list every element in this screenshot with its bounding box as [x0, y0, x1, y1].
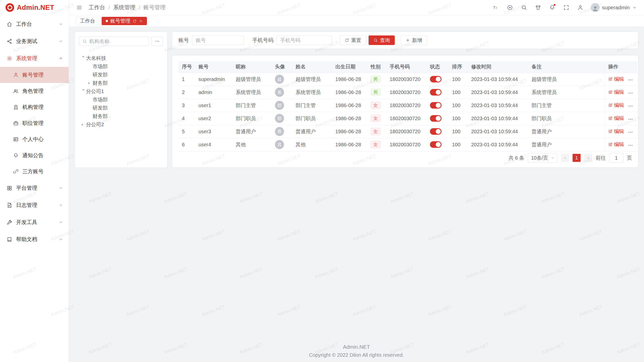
profile-button[interactable]	[577, 4, 584, 11]
add-button[interactable]: 新增	[401, 35, 427, 45]
status-toggle[interactable]	[430, 89, 441, 96]
org-name-input[interactable]	[89, 38, 146, 44]
collapse-menu-button[interactable]	[75, 4, 83, 11]
refresh-icon[interactable]	[133, 19, 137, 23]
sidebar-item-workbench[interactable]: 工作台	[0, 16, 69, 33]
caret-down-icon[interactable]	[79, 87, 86, 96]
more-actions-button[interactable]	[628, 103, 633, 109]
user-menu[interactable]: superadmin	[591, 3, 637, 12]
caret-down-icon[interactable]	[79, 54, 86, 62]
sidebar-item-notice-announcement[interactable]: 通知公告	[0, 147, 69, 163]
tree-node-label: 分公司1	[86, 88, 104, 95]
fullscreen-button[interactable]	[562, 4, 570, 11]
sidebar-item-account-management[interactable]: 账号管理	[0, 67, 69, 83]
status-toggle[interactable]	[430, 102, 441, 109]
edit-button[interactable]: 编辑	[608, 76, 624, 82]
home-icon	[7, 21, 12, 27]
close-icon[interactable]	[139, 19, 143, 23]
cell-remark: 部门主管	[528, 99, 605, 112]
tree-node[interactable]: 大名科技	[79, 54, 163, 62]
sidebar-item-business-test[interactable]: 业务测试	[0, 33, 69, 50]
edit-button[interactable]: 编辑	[608, 89, 624, 96]
column-header-modified: 修改时间	[468, 61, 528, 73]
sidebar-item-personal-center[interactable]: 个人中心	[0, 131, 69, 147]
sidebar-item-position-management[interactable]: 职位管理	[0, 115, 69, 131]
tab-account-management[interactable]: 账号管理	[102, 17, 147, 25]
cell-avatar: 其	[271, 138, 292, 151]
tree-node[interactable]: 财务部	[79, 112, 163, 120]
page-number-1[interactable]: 1	[573, 154, 581, 162]
search-button[interactable]: 查询	[369, 35, 395, 45]
next-page-button[interactable]	[584, 154, 592, 162]
edit-button[interactable]: 编辑	[608, 128, 624, 135]
avatar: 超	[275, 75, 284, 84]
goto-page-input[interactable]	[609, 153, 623, 163]
sidebar-item-role-management[interactable]: 角色管理	[0, 83, 69, 99]
tree-node[interactable]: 分公司2	[79, 120, 163, 129]
search-icon	[82, 39, 87, 44]
org-more-button[interactable]	[151, 36, 163, 46]
cell-phone: 18020030720	[386, 99, 426, 112]
tree-node[interactable]: 研发部	[79, 71, 163, 79]
record-button[interactable]	[506, 4, 514, 11]
phone-input[interactable]	[276, 35, 332, 45]
page-size-select[interactable]: 10条/页	[528, 153, 557, 163]
column-header-index: 序号	[178, 61, 195, 73]
reset-button[interactable]: 重置	[340, 35, 366, 45]
sidebar-item-system-management[interactable]: 系统管理	[0, 50, 69, 67]
cell-modified: 2023-01-03 10:59:44	[468, 99, 528, 112]
cell-sort: 100	[449, 99, 468, 112]
phone-label: 手机号码	[252, 37, 273, 44]
status-toggle[interactable]	[430, 76, 441, 82]
cell-sort: 100	[449, 138, 468, 151]
tree-node[interactable]: 分公司1	[79, 87, 163, 96]
tree-node[interactable]: 市场部	[79, 96, 163, 104]
more-actions-button[interactable]	[628, 90, 633, 96]
tree-node[interactable]: 市场部	[79, 62, 163, 71]
breadcrumb-item[interactable]: 系统管理	[113, 4, 135, 11]
tree-node[interactable]: 研发部	[79, 104, 163, 112]
main-area: 工作台/系统管理/账号管理 Tt superadmin 工作台账号管理	[69, 0, 644, 362]
tree-node-label: 研发部	[93, 105, 108, 111]
sidebar-item-platform-management[interactable]: 平台管理	[0, 179, 69, 197]
edit-button[interactable]: 编辑	[608, 102, 624, 109]
cell-birth: 1986-06-28	[332, 86, 367, 99]
cell-status	[426, 125, 449, 138]
edit-icon	[608, 142, 613, 147]
tab-workbench[interactable]: 工作台	[76, 17, 99, 25]
cell-actions: 编辑	[605, 86, 637, 99]
caret-right-icon[interactable]	[79, 120, 86, 129]
sidebar-item-third-party-account[interactable]: 三方账号	[0, 163, 69, 179]
status-toggle[interactable]	[430, 128, 441, 135]
edit-label: 编辑	[614, 102, 624, 109]
breadcrumb-item[interactable]: 工作台	[89, 4, 105, 11]
more-actions-button[interactable]	[628, 143, 633, 148]
status-toggle[interactable]	[430, 141, 441, 148]
account-input[interactable]	[192, 35, 244, 45]
theme-button[interactable]	[534, 4, 542, 11]
cell-phone: 18020030720	[386, 125, 426, 138]
tree-node[interactable]: 财务部	[79, 79, 163, 87]
chevron-down-icon	[632, 5, 637, 10]
table-row: 3user1部门主管部部门主管1986-06-28女18020030720100…	[178, 99, 637, 112]
app-logo[interactable]: Admin.NET	[0, 0, 69, 15]
prev-page-button[interactable]	[561, 154, 569, 162]
notification-button[interactable]	[548, 4, 556, 11]
status-toggle[interactable]	[430, 115, 441, 122]
global-search-button[interactable]	[520, 4, 528, 11]
user-avatar	[591, 3, 600, 12]
edit-button[interactable]: 编辑	[608, 115, 624, 122]
sidebar-item-org-management[interactable]: 机构管理	[0, 99, 69, 115]
more-actions-button[interactable]	[628, 116, 633, 122]
logo-icon	[6, 3, 14, 12]
sidebar-item-dev-tools[interactable]: 开发工具	[0, 214, 69, 231]
more-actions-button[interactable]	[628, 129, 633, 135]
table-row: 6user4其他其其他1986-06-28女180200307201002023…	[178, 138, 637, 151]
caret-right-icon[interactable]	[86, 79, 93, 87]
sidebar-item-log-management[interactable]: 日志管理	[0, 197, 69, 214]
avatar: 普	[275, 127, 284, 136]
more-actions-button[interactable]	[628, 77, 633, 83]
font-size-button[interactable]: Tt	[492, 4, 500, 11]
edit-button[interactable]: 编辑	[608, 141, 624, 148]
sidebar-item-help-docs[interactable]: 帮助文档	[0, 231, 69, 248]
